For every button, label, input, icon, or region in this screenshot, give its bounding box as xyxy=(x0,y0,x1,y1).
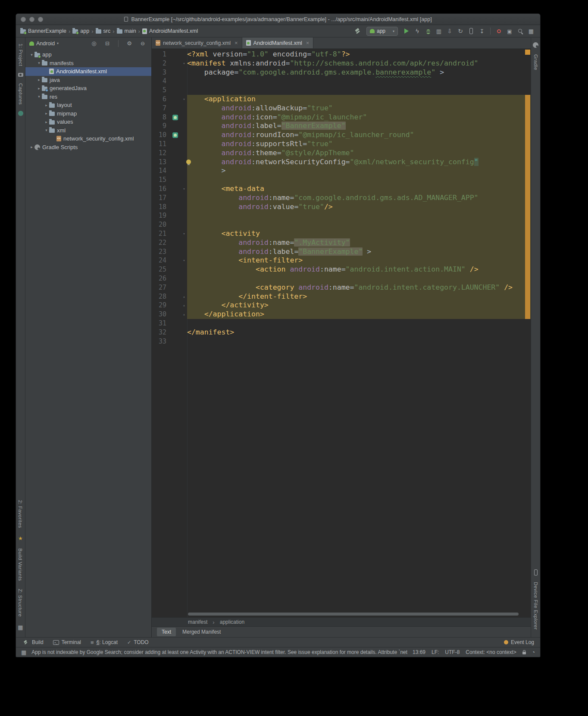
code-text[interactable] xyxy=(187,337,531,346)
tab-close-icon[interactable]: × xyxy=(235,40,238,46)
launcher-preview-icon[interactable] xyxy=(172,115,178,120)
code-text[interactable]: <activity xyxy=(187,229,531,238)
code-text[interactable]: <?xml version="1.0" encoding="utf-8"?> xyxy=(187,50,531,59)
event-log-button[interactable]: Event Log xyxy=(504,639,534,645)
breadcrumb-item[interactable]: app xyxy=(72,28,89,34)
fold-marker-icon[interactable]: ▾ xyxy=(181,59,187,68)
minimize-window-button[interactable] xyxy=(29,17,34,22)
code-text[interactable] xyxy=(187,274,531,283)
tree-item-app[interactable]: ▾app xyxy=(25,50,151,59)
scrollbar-highlight-marker[interactable] xyxy=(525,95,530,319)
toolbtn-device-file-explorer[interactable]: Device File Explorer xyxy=(533,582,538,630)
code-text[interactable]: </manifest> xyxy=(187,328,531,337)
code-text[interactable]: android:value="true"/> xyxy=(187,203,531,212)
structure-grid-icon[interactable] xyxy=(18,623,23,631)
code-text[interactable]: android:roundIcon="@mipmap/ic_launcher_r… xyxy=(187,131,531,140)
code-text[interactable]: <intent-filter> xyxy=(187,256,531,265)
code-text[interactable]: android:supportsRtl="true" xyxy=(187,140,531,149)
tree-item-gradle-scripts[interactable]: ▸Gradle Scripts xyxy=(25,143,151,152)
build-button[interactable] xyxy=(353,27,363,36)
sdk-manager-button[interactable] xyxy=(477,27,487,36)
tree-item-mipmap[interactable]: ▸mipmap xyxy=(25,109,151,118)
code-text[interactable] xyxy=(187,77,531,86)
code-text[interactable]: android:label="BannerExample" xyxy=(187,122,531,131)
android-profiler-icon[interactable] xyxy=(18,111,23,116)
close-window-button[interactable] xyxy=(21,17,26,22)
avd-manager-button[interactable] xyxy=(466,27,476,36)
fold-marker-icon[interactable]: ▾ xyxy=(181,184,187,194)
readonly-lock-icon[interactable] xyxy=(522,652,526,654)
fold-marker-icon[interactable]: ▴ xyxy=(181,310,187,319)
toolbtn-build-variants[interactable]: Build Variants xyxy=(18,548,23,581)
code-text[interactable]: </activity> xyxy=(187,301,531,310)
tree-arrow-icon[interactable]: ▸ xyxy=(36,86,42,91)
collapse-all-button[interactable] xyxy=(103,39,112,48)
code-text[interactable]: <application xyxy=(187,95,531,104)
tree-item-layout[interactable]: ▸layout xyxy=(25,101,151,109)
tree-arrow-icon[interactable]: ▾ xyxy=(36,94,42,99)
tree-arrow-icon[interactable]: ▸ xyxy=(44,120,49,124)
tree-arrow-icon[interactable]: ▸ xyxy=(29,145,34,149)
toolbtn-gradle[interactable]: Gradle xyxy=(533,54,538,70)
context-widget[interactable]: Context: <no context> xyxy=(466,649,516,655)
attach-debugger-button[interactable] xyxy=(445,27,454,36)
terminal-toolwindow-button[interactable]: Terminal xyxy=(53,639,81,645)
code-text[interactable]: android:name=".MyActivity" xyxy=(187,238,531,247)
fold-marker-icon[interactable]: ▾ xyxy=(181,256,187,265)
build-toolwindow-button[interactable]: Build xyxy=(22,639,44,646)
tree-item-res[interactable]: ▾res xyxy=(25,93,151,101)
memory-indicator-icon[interactable] xyxy=(532,649,535,655)
toolbtn-captures[interactable]: Captures xyxy=(18,83,23,105)
run-configuration-select[interactable]: app ▾ xyxy=(366,27,398,36)
tree-arrow-icon[interactable]: ▸ xyxy=(44,103,49,107)
tree-item-generatedjava[interactable]: ▸generatedJava xyxy=(25,84,151,93)
breadcrumb-item[interactable]: main xyxy=(117,28,136,34)
editor-tab[interactable]: network_security_config.xml× xyxy=(152,38,242,48)
profiler-ring-button[interactable] xyxy=(494,27,504,36)
code-text[interactable] xyxy=(187,319,531,328)
code-text[interactable]: <action android:name="android.intent.act… xyxy=(187,265,531,274)
editor-breadcrumb-item[interactable]: manifest xyxy=(188,619,207,625)
breadcrumb-item[interactable]: BannerExample xyxy=(20,28,66,34)
code-text[interactable]: <manifest xmlns:android="http://schemas.… xyxy=(187,59,531,68)
search-everywhere-button[interactable] xyxy=(516,27,525,36)
code-text[interactable] xyxy=(187,220,531,229)
toolbtn-structure[interactable]: Z: Structure xyxy=(18,589,23,617)
settings-button[interactable] xyxy=(125,39,134,48)
file-encoding[interactable]: UTF-8 xyxy=(445,649,460,655)
code-text[interactable]: > xyxy=(187,166,531,175)
view-tab-text[interactable]: Text xyxy=(157,628,176,636)
sync-gradle-button[interactable] xyxy=(456,27,465,36)
scroll-to-source-button[interactable] xyxy=(89,39,99,48)
tree-arrow-icon[interactable]: ▾ xyxy=(29,53,34,57)
todo-toolwindow-button[interactable]: TODO xyxy=(127,639,149,645)
gradle-logo-icon[interactable] xyxy=(533,42,538,48)
tree-arrow-icon[interactable]: ▸ xyxy=(44,111,49,116)
hide-panel-button[interactable] xyxy=(138,39,147,48)
code-text[interactable] xyxy=(187,211,531,220)
fold-marker-icon[interactable]: ▴ xyxy=(181,301,187,310)
fold-marker-icon[interactable]: ▾ xyxy=(181,229,187,238)
logcat-toolwindow-button[interactable]: 6: Logcat xyxy=(91,639,118,646)
breadcrumb-item[interactable]: AndroidManifest.xml xyxy=(142,28,198,34)
fold-marker-icon[interactable]: ▾ xyxy=(181,95,187,104)
line-separator[interactable]: LF: xyxy=(432,649,439,655)
tree-arrow-icon[interactable]: ▾ xyxy=(36,61,42,65)
code-text[interactable]: </intent-filter> xyxy=(187,292,531,301)
error-stripe-mark[interactable] xyxy=(525,50,530,55)
code-text[interactable]: android:name="com.google.android.gms.ads… xyxy=(187,194,531,203)
code-text[interactable]: <meta-data xyxy=(187,184,531,194)
code-text[interactable]: android:networkSecurityConfig="@xml/netw… xyxy=(187,158,531,167)
code-editor[interactable]: 1<?xml version="1.0" encoding="utf-8"?>2… xyxy=(152,49,531,617)
tree-item-values[interactable]: ▸values xyxy=(25,118,151,126)
device-phone-icon[interactable] xyxy=(534,569,538,575)
zoom-window-button[interactable] xyxy=(38,17,43,22)
toolbtn-favorites[interactable]: 2: Favorites xyxy=(18,500,23,528)
editor-breadcrumb-item[interactable]: application xyxy=(220,619,244,625)
code-text[interactable] xyxy=(187,86,531,95)
intention-bulb-icon[interactable] xyxy=(186,159,191,164)
tree-item-java[interactable]: ▸java xyxy=(25,76,151,84)
fold-marker-icon[interactable]: ▴ xyxy=(181,292,187,301)
code-text[interactable]: <category android:name="android.intent.c… xyxy=(187,283,531,292)
code-text[interactable] xyxy=(187,175,531,184)
